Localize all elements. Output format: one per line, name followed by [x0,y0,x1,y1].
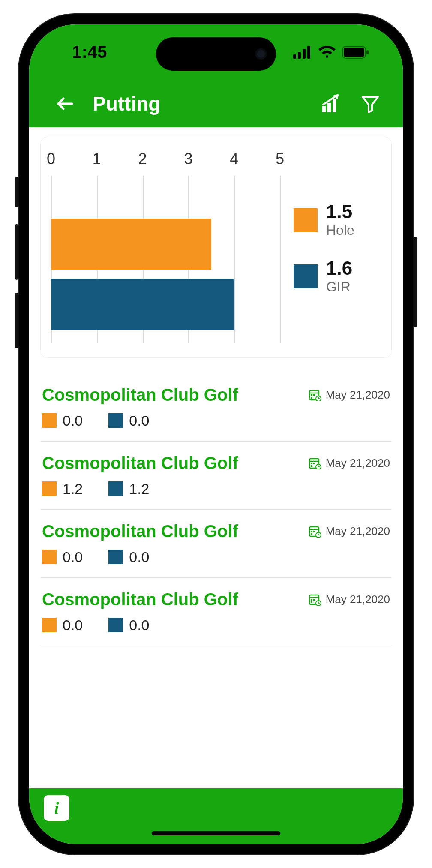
round-date: May 21,2020 [309,457,390,470]
phone-side-button [15,293,19,348]
chart-tick: 2 [138,150,147,168]
screen: 1:45 Putting 012345 [29,24,403,844]
swatch-orange [42,481,57,496]
legend-hole-label: Hole [326,223,354,238]
swatch-navy [108,618,123,632]
round-gir-value: 0.0 [108,549,149,565]
svg-rect-19 [313,463,315,464]
round-course: Cosmopolitan Club Golf [42,385,238,405]
chart-gridline [280,176,281,343]
svg-rect-7 [322,106,326,112]
arrow-left-icon [55,93,75,114]
round-values: 0.00.0 [42,549,390,565]
chart-legend: 1.5 Hole 1.6 GIR [291,150,381,347]
round-hole-value: 0.0 [42,549,83,565]
calendar-icon [309,388,321,401]
wifi-icon [318,46,336,59]
bar-hole [51,219,211,270]
calendar-icon [309,525,321,538]
dynamic-island [156,37,276,71]
round-date: May 21,2020 [309,388,390,402]
legend-gir-label: GIR [326,279,352,294]
svg-rect-6 [366,50,369,54]
svg-rect-14 [311,397,312,399]
swatch-navy [108,550,123,564]
legend-swatch-orange [294,208,318,232]
putting-chart: 012345 [51,150,280,347]
swatch-orange [42,618,57,632]
round-hole-value: 0.0 [42,617,83,634]
svg-rect-9 [333,99,336,112]
status-icons [293,46,369,59]
round-item[interactable]: Cosmopolitan Club GolfMay 21,20201.21.2 [40,442,392,510]
round-item[interactable]: Cosmopolitan Club GolfMay 21,20200.00.0 [40,578,392,646]
bar-gir [51,279,234,330]
phone-side-button [15,224,19,280]
phone-frame: 1:45 Putting 012345 [19,14,413,854]
camera-dot [255,48,267,60]
legend-gir: 1.6 GIR [294,259,381,294]
info-button[interactable]: i [44,795,69,821]
svg-rect-12 [311,394,312,396]
round-item[interactable]: Cosmopolitan Club GolfMay 21,20200.00.0 [40,373,392,442]
stats-button[interactable] [319,92,343,116]
svg-rect-25 [313,531,315,532]
calendar-icon [309,593,321,606]
svg-rect-0 [293,54,296,59]
round-course: Cosmopolitan Club Golf [42,454,238,473]
chart-bars [51,206,280,343]
back-button[interactable] [53,92,77,116]
round-hole-value: 0.0 [42,412,83,429]
funnel-icon [360,93,381,114]
svg-rect-24 [311,531,312,532]
legend-hole: 1.5 Hole [294,202,381,238]
phone-side-button [413,237,417,327]
svg-rect-31 [313,599,315,601]
svg-rect-32 [311,601,312,603]
legend-hole-value: 1.5 [326,202,354,221]
svg-rect-8 [327,103,331,112]
swatch-navy [108,481,123,496]
round-gir-value: 1.2 [108,481,149,497]
chart-tick: 1 [93,150,101,168]
round-date: May 21,2020 [309,593,390,606]
calendar-icon [309,457,321,469]
svg-rect-30 [311,599,312,601]
legend-swatch-navy [294,264,318,288]
putting-chart-card: 012345 1.5 Hole 1.6 GIR [40,137,392,358]
round-values: 0.00.0 [42,412,390,429]
svg-rect-2 [303,49,306,59]
app-header: Putting [29,80,403,127]
rounds-list: Cosmopolitan Club GolfMay 21,20200.00.0C… [40,373,392,646]
filter-button[interactable] [358,92,382,116]
svg-rect-3 [307,46,310,59]
content-scroll[interactable]: 012345 1.5 Hole 1.6 GIR [29,127,403,788]
chart-tick: 0 [47,150,55,168]
round-gir-value: 0.0 [108,617,149,634]
svg-rect-26 [311,533,312,535]
round-values: 0.00.0 [42,617,390,634]
round-gir-value: 0.0 [108,412,149,429]
swatch-navy [108,413,123,428]
chart-trend-icon [321,93,341,114]
swatch-orange [42,550,57,564]
phone-side-button [15,177,19,207]
round-course: Cosmopolitan Club Golf [42,522,238,541]
round-item[interactable]: Cosmopolitan Club GolfMay 21,20200.00.0 [40,510,392,578]
svg-rect-1 [298,52,301,59]
chart-tick: 3 [184,150,192,168]
legend-gir-value: 1.6 [326,259,352,278]
svg-rect-5 [344,48,364,57]
swatch-orange [42,413,57,428]
cellular-icon [293,46,312,59]
bottom-bar: i [29,788,403,844]
battery-icon [342,46,369,59]
status-time: 1:45 [72,42,107,62]
page-title: Putting [93,92,303,115]
round-course: Cosmopolitan Club Golf [42,590,238,609]
svg-rect-13 [313,394,315,396]
round-values: 1.21.2 [42,481,390,497]
info-icon: i [54,799,59,817]
home-indicator [152,831,280,835]
chart-tick: 5 [276,150,284,168]
